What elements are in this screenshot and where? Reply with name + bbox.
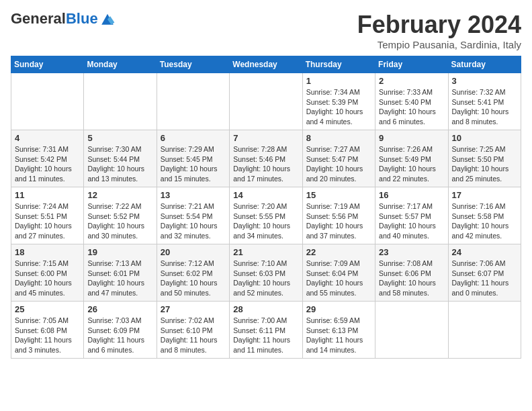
day-number: 16 — [379, 190, 444, 200]
calendar-cell: 20Sunrise: 7:12 AM Sunset: 6:02 PM Dayli… — [157, 244, 229, 302]
logo: GeneralBlue — [11, 11, 116, 27]
calendar-cell: 1Sunrise: 7:34 AM Sunset: 5:39 PM Daylig… — [302, 73, 375, 130]
day-info: Sunrise: 7:28 AM Sunset: 5:46 PM Dayligh… — [233, 144, 298, 184]
day-number: 20 — [161, 247, 226, 257]
day-info: Sunrise: 7:06 AM Sunset: 6:07 PM Dayligh… — [452, 259, 517, 298]
day-info: Sunrise: 7:16 AM Sunset: 5:58 PM Dayligh… — [452, 201, 517, 241]
day-info: Sunrise: 6:59 AM Sunset: 6:13 PM Dayligh… — [306, 316, 371, 355]
calendar-cell: 26Sunrise: 7:03 AM Sunset: 6:09 PM Dayli… — [84, 302, 157, 359]
day-info: Sunrise: 7:15 AM Sunset: 6:00 PM Dayligh… — [15, 259, 80, 298]
day-number: 26 — [87, 304, 152, 314]
day-info: Sunrise: 7:30 AM Sunset: 5:44 PM Dayligh… — [87, 144, 152, 184]
day-number: 11 — [15, 190, 80, 200]
calendar-cell: 6Sunrise: 7:29 AM Sunset: 5:45 PM Daylig… — [157, 130, 229, 187]
calendar-cell: 13Sunrise: 7:21 AM Sunset: 5:54 PM Dayli… — [157, 187, 229, 244]
calendar-cell: 23Sunrise: 7:08 AM Sunset: 6:06 PM Dayli… — [375, 244, 448, 302]
day-info: Sunrise: 7:31 AM Sunset: 5:42 PM Dayligh… — [15, 144, 80, 184]
day-number: 14 — [233, 190, 298, 200]
calendar-cell — [448, 302, 521, 359]
calendar-week-row: 1Sunrise: 7:34 AM Sunset: 5:39 PM Daylig… — [11, 73, 521, 130]
calendar-cell: 29Sunrise: 6:59 AM Sunset: 6:13 PM Dayli… — [302, 302, 375, 359]
page-header: GeneralBlue February 2024 Tempio Pausani… — [11, 11, 521, 50]
calendar-cell — [11, 73, 84, 130]
day-info: Sunrise: 7:03 AM Sunset: 6:09 PM Dayligh… — [87, 316, 152, 355]
calendar-cell: 18Sunrise: 7:15 AM Sunset: 6:00 PM Dayli… — [11, 244, 84, 302]
day-number: 8 — [306, 133, 371, 143]
day-number: 27 — [161, 304, 226, 314]
day-info: Sunrise: 7:10 AM Sunset: 6:03 PM Dayligh… — [233, 259, 298, 298]
day-info: Sunrise: 7:26 AM Sunset: 5:49 PM Dayligh… — [379, 144, 444, 184]
month-title: February 2024 — [357, 11, 521, 39]
day-number: 6 — [161, 133, 226, 143]
calendar-cell: 2Sunrise: 7:33 AM Sunset: 5:40 PM Daylig… — [375, 73, 448, 130]
calendar-cell: 25Sunrise: 7:05 AM Sunset: 6:08 PM Dayli… — [11, 302, 84, 359]
day-number: 12 — [87, 190, 152, 200]
day-of-week-header: Friday — [375, 56, 448, 73]
calendar-cell: 27Sunrise: 7:02 AM Sunset: 6:10 PM Dayli… — [157, 302, 229, 359]
calendar-cell — [84, 73, 157, 130]
calendar-cell: 21Sunrise: 7:10 AM Sunset: 6:03 PM Dayli… — [230, 244, 302, 302]
calendar-table: SundayMondayTuesdayWednesdayThursdayFrid… — [11, 56, 521, 359]
day-number: 19 — [87, 247, 152, 257]
day-of-week-header: Wednesday — [230, 56, 302, 73]
day-number: 24 — [452, 247, 517, 257]
day-info: Sunrise: 7:22 AM Sunset: 5:52 PM Dayligh… — [87, 201, 152, 241]
day-number: 17 — [452, 190, 517, 200]
day-of-week-header: Tuesday — [157, 56, 229, 73]
day-of-week-header: Sunday — [11, 56, 84, 73]
day-number: 10 — [452, 133, 517, 143]
day-info: Sunrise: 7:21 AM Sunset: 5:54 PM Dayligh… — [161, 201, 226, 241]
day-of-week-header: Saturday — [448, 56, 521, 73]
day-number: 13 — [161, 190, 226, 200]
calendar-cell: 10Sunrise: 7:25 AM Sunset: 5:50 PM Dayli… — [448, 130, 521, 187]
day-number: 1 — [306, 76, 371, 86]
calendar-week-row: 18Sunrise: 7:15 AM Sunset: 6:00 PM Dayli… — [11, 244, 521, 302]
day-number: 15 — [306, 190, 371, 200]
logo-text: GeneralBlue — [11, 11, 98, 27]
day-number: 2 — [379, 76, 444, 86]
title-block: February 2024 Tempio Pausania, Sardinia,… — [357, 11, 521, 50]
calendar-cell — [375, 302, 448, 359]
day-info: Sunrise: 7:02 AM Sunset: 6:10 PM Dayligh… — [161, 316, 226, 355]
day-info: Sunrise: 7:17 AM Sunset: 5:57 PM Dayligh… — [379, 201, 444, 241]
day-info: Sunrise: 7:12 AM Sunset: 6:02 PM Dayligh… — [161, 259, 226, 298]
day-number: 29 — [306, 304, 371, 314]
day-info: Sunrise: 7:27 AM Sunset: 5:47 PM Dayligh… — [306, 144, 371, 184]
calendar-cell: 17Sunrise: 7:16 AM Sunset: 5:58 PM Dayli… — [448, 187, 521, 244]
calendar-cell: 7Sunrise: 7:28 AM Sunset: 5:46 PM Daylig… — [230, 130, 302, 187]
calendar-cell: 14Sunrise: 7:20 AM Sunset: 5:55 PM Dayli… — [230, 187, 302, 244]
calendar-cell — [157, 73, 229, 130]
day-number: 21 — [233, 247, 298, 257]
calendar-week-row: 25Sunrise: 7:05 AM Sunset: 6:08 PM Dayli… — [11, 302, 521, 359]
day-info: Sunrise: 7:24 AM Sunset: 5:51 PM Dayligh… — [15, 201, 80, 241]
day-info: Sunrise: 7:08 AM Sunset: 6:06 PM Dayligh… — [379, 259, 444, 298]
day-number: 5 — [87, 133, 152, 143]
location-subtitle: Tempio Pausania, Sardinia, Italy — [357, 39, 521, 50]
day-info: Sunrise: 7:33 AM Sunset: 5:40 PM Dayligh… — [379, 87, 444, 127]
day-number: 7 — [233, 133, 298, 143]
calendar-cell: 3Sunrise: 7:32 AM Sunset: 5:41 PM Daylig… — [448, 73, 521, 130]
day-number: 25 — [15, 304, 80, 314]
day-info: Sunrise: 7:00 AM Sunset: 6:11 PM Dayligh… — [233, 316, 298, 355]
calendar-cell: 24Sunrise: 7:06 AM Sunset: 6:07 PM Dayli… — [448, 244, 521, 302]
calendar-week-row: 4Sunrise: 7:31 AM Sunset: 5:42 PM Daylig… — [11, 130, 521, 187]
calendar-cell: 19Sunrise: 7:13 AM Sunset: 6:01 PM Dayli… — [84, 244, 157, 302]
calendar-cell: 15Sunrise: 7:19 AM Sunset: 5:56 PM Dayli… — [302, 187, 375, 244]
calendar-cell: 9Sunrise: 7:26 AM Sunset: 5:49 PM Daylig… — [375, 130, 448, 187]
calendar-cell: 8Sunrise: 7:27 AM Sunset: 5:47 PM Daylig… — [302, 130, 375, 187]
calendar-cell: 16Sunrise: 7:17 AM Sunset: 5:57 PM Dayli… — [375, 187, 448, 244]
calendar-week-row: 11Sunrise: 7:24 AM Sunset: 5:51 PM Dayli… — [11, 187, 521, 244]
day-info: Sunrise: 7:09 AM Sunset: 6:04 PM Dayligh… — [306, 259, 371, 298]
day-info: Sunrise: 7:13 AM Sunset: 6:01 PM Dayligh… — [87, 259, 152, 298]
day-info: Sunrise: 7:29 AM Sunset: 5:45 PM Dayligh… — [161, 144, 226, 184]
calendar-cell: 28Sunrise: 7:00 AM Sunset: 6:11 PM Dayli… — [230, 302, 302, 359]
day-number: 3 — [452, 76, 517, 86]
calendar-cell: 22Sunrise: 7:09 AM Sunset: 6:04 PM Dayli… — [302, 244, 375, 302]
day-info: Sunrise: 7:20 AM Sunset: 5:55 PM Dayligh… — [233, 201, 298, 241]
calendar-header-row: SundayMondayTuesdayWednesdayThursdayFrid… — [11, 56, 521, 73]
day-of-week-header: Thursday — [302, 56, 375, 73]
day-info: Sunrise: 7:05 AM Sunset: 6:08 PM Dayligh… — [15, 316, 80, 355]
day-number: 4 — [15, 133, 80, 143]
logo-icon — [99, 11, 116, 27]
day-number: 18 — [15, 247, 80, 257]
